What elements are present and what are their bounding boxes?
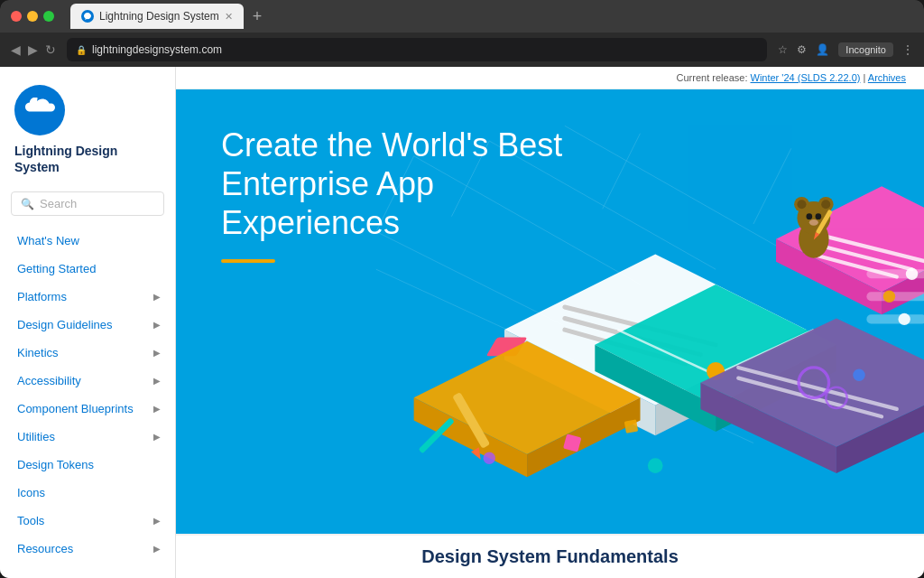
incognito-badge: Incognito <box>838 42 893 57</box>
chevron-right-icon: ▶ <box>153 432 161 442</box>
chevron-right-icon: ▶ <box>153 544 161 554</box>
window-controls <box>11 11 54 22</box>
browser-titlebar: Lightning Design System ✕ + <box>0 0 924 33</box>
search-box[interactable]: 🔍 Search <box>11 191 164 216</box>
sidebar-item-label: Component Blueprints <box>17 402 134 415</box>
svg-point-36 <box>853 369 864 381</box>
sidebar-logo: Lightning Design System <box>0 67 175 184</box>
sidebar-item-label: Getting Started <box>17 262 96 275</box>
sidebar-item-label: Resources <box>17 542 73 555</box>
tab-close-button[interactable]: ✕ <box>225 11 233 23</box>
sidebar-item-getting-started[interactable]: Getting Started <box>0 255 175 283</box>
refresh-button[interactable]: ↻ <box>45 42 56 57</box>
sidebar-title: Lightning Design System <box>14 143 161 175</box>
sidebar-item-label: Tools <box>17 514 44 527</box>
svg-point-42 <box>898 313 910 325</box>
sidebar-item-label: Kinetics <box>17 346 59 359</box>
extensions-icon[interactable]: ⚙ <box>797 43 807 56</box>
sidebar-item-label: Utilities <box>17 430 55 443</box>
salesforce-logo <box>14 85 65 135</box>
minimize-window-button[interactable] <box>27 11 38 22</box>
back-button[interactable]: ◀ <box>11 42 21 57</box>
hero-accent-bar <box>221 259 275 263</box>
search-placeholder: Search <box>40 197 77 210</box>
browser-toolbar: ◀ ▶ ↻ 🔒 lightningdesignsystem.com ☆ ⚙ 👤 … <box>0 33 924 67</box>
hero-section: Create the World's Best Enterprise App E… <box>176 89 924 534</box>
sidebar-item-label: Design Guidelines <box>17 318 113 331</box>
section-title: Design System Fundamentals <box>194 546 906 567</box>
profile-icon[interactable]: 👤 <box>816 43 829 56</box>
sidebar-item-icons[interactable]: Icons <box>0 479 175 507</box>
release-link[interactable]: Winter '24 (SLDS 2.22.0) <box>751 72 861 83</box>
sidebar-item-tools[interactable]: Tools ▶ <box>0 507 175 535</box>
sidebar-item-label: Icons <box>17 486 45 499</box>
hero-content: Create the World's Best Enterprise App E… <box>176 89 924 299</box>
svg-rect-41 <box>866 314 924 323</box>
navigation-buttons: ◀ ▶ ↻ <box>11 42 56 57</box>
sidebar-item-accessibility[interactable]: Accessibility ▶ <box>0 367 175 395</box>
sidebar-item-label: Accessibility <box>17 374 81 387</box>
menu-icon[interactable]: ⋮ <box>902 43 913 56</box>
close-window-button[interactable] <box>11 11 22 22</box>
browser-tabs: Lightning Design System ✕ + <box>70 4 267 29</box>
chevron-right-icon: ▶ <box>153 376 161 386</box>
chevron-right-icon: ▶ <box>153 292 161 302</box>
bookmark-icon[interactable]: ☆ <box>778 43 788 56</box>
sidebar-item-utilities[interactable]: Utilities ▶ <box>0 423 175 451</box>
chevron-right-icon: ▶ <box>153 320 161 330</box>
lock-icon: 🔒 <box>76 45 87 55</box>
svg-point-60 <box>484 452 495 464</box>
main-area: Current release: Winter '24 (SLDS 2.22.0… <box>176 67 924 578</box>
chevron-right-icon: ▶ <box>153 348 161 358</box>
address-text: lightningdesignsystem.com <box>92 43 222 56</box>
sidebar-item-resources[interactable]: Resources ▶ <box>0 535 175 563</box>
sidebar-item-design-guidelines[interactable]: Design Guidelines ▶ <box>0 311 175 339</box>
sidebar-item-kinetics[interactable]: Kinetics ▶ <box>0 339 175 367</box>
hero-title: Create the World's Best Enterprise App E… <box>221 126 627 243</box>
cloud-icon <box>24 98 55 124</box>
release-prefix: Current release: <box>677 72 748 83</box>
chevron-right-icon: ▶ <box>153 516 161 526</box>
nav-section: What's New Getting Started Platforms ▶ D… <box>0 227 175 563</box>
active-tab[interactable]: Lightning Design System ✕ <box>70 4 244 29</box>
chevron-right-icon: ▶ <box>153 404 161 414</box>
tab-favicon <box>81 10 94 23</box>
new-tab-button[interactable]: + <box>247 7 268 26</box>
maximize-window-button[interactable] <box>43 11 54 22</box>
bottom-section: Design System Fundamentals <box>176 534 924 578</box>
sidebar-item-platforms[interactable]: Platforms ▶ <box>0 283 175 311</box>
address-bar[interactable]: 🔒 lightningdesignsystem.com <box>67 38 767 61</box>
svg-rect-58 <box>624 419 639 434</box>
sidebar-item-label: Platforms <box>17 290 67 303</box>
tab-title: Lightning Design System <box>99 10 219 23</box>
archives-link[interactable]: Archives <box>868 72 906 83</box>
toolbar-right: ☆ ⚙ 👤 Incognito ⋮ <box>778 42 913 57</box>
sidebar-item-whats-new[interactable]: What's New <box>0 227 175 255</box>
sidebar-item-design-tokens[interactable]: Design Tokens <box>0 451 175 479</box>
sidebar-item-component-blueprints[interactable]: Component Blueprints ▶ <box>0 395 175 423</box>
svg-point-59 <box>648 458 663 473</box>
forward-button[interactable]: ▶ <box>28 42 38 57</box>
sidebar-item-label: Design Tokens <box>17 458 94 471</box>
sidebar: Lightning Design System 🔍 Search What's … <box>0 67 176 578</box>
release-bar: Current release: Winter '24 (SLDS 2.22.0… <box>176 67 924 89</box>
search-icon: 🔍 <box>21 198 34 210</box>
browser-content: Lightning Design System 🔍 Search What's … <box>0 67 924 578</box>
sidebar-item-label: What's New <box>17 234 79 247</box>
